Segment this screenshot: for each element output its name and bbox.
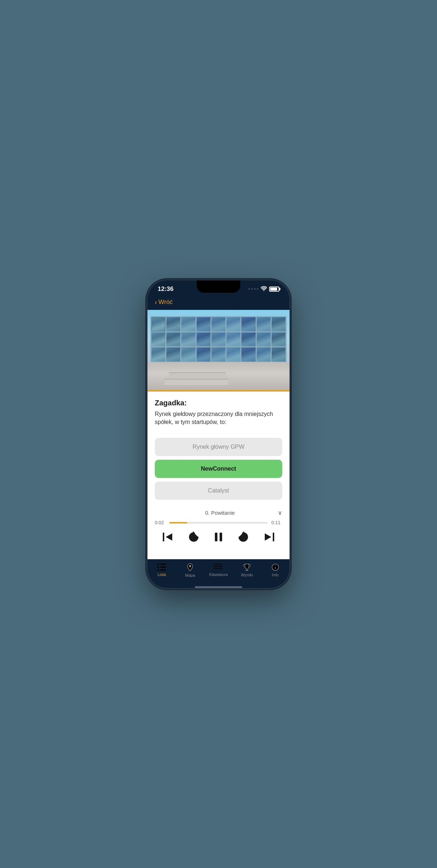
quiz-question: Rynek giełdowy przeznaczony dla mniejszy… [155,410,282,427]
svg-rect-13 [157,564,159,565]
svg-rect-18 [216,564,217,565]
notch [197,280,240,293]
progress-row: 0:02 0:11 [155,520,282,525]
signal-dots [248,288,259,290]
keyboard-icon [214,564,223,571]
tab-lista[interactable]: Lista [151,564,173,577]
tab-info[interactable]: Info [264,563,286,577]
time-total: 0:11 [271,520,282,525]
svg-rect-15 [157,569,159,571]
wifi-icon [261,286,267,292]
tab-bar: Lista Mapa [147,559,290,585]
answer-button-2[interactable]: NewConnect [155,460,282,478]
tab-mapa[interactable]: Mapa [179,563,201,577]
svg-rect-24 [217,566,219,567]
svg-rect-28 [217,568,219,569]
svg-rect-27 [216,568,217,569]
tab-info-label: Info [272,573,279,577]
svg-rect-0 [163,533,164,541]
status-icons [248,286,279,292]
skip-next-button[interactable] [263,532,275,542]
phone-frame: 12:36 ‹ [147,280,290,588]
svg-rect-19 [217,564,219,565]
svg-rect-23 [216,566,217,567]
svg-rect-21 [221,564,222,565]
quiz-section: Zagadka: Rynek giełdowy przeznaczony dla… [147,392,290,438]
progress-bar[interactable] [169,522,268,523]
svg-rect-10 [160,564,166,565]
list-icon [157,564,166,571]
tab-mapa-label: Mapa [185,573,195,577]
svg-rect-25 [219,566,220,567]
svg-rect-30 [214,568,215,569]
tab-klawiatura-label: Klawiatura [209,572,228,577]
svg-text:5: 5 [242,536,244,539]
svg-rect-11 [160,567,166,568]
back-button[interactable]: ‹ Wróć [155,299,173,306]
tab-wyniki[interactable]: Wyniki [236,563,258,577]
answers-section: Rynek główny GPW NewConnect Catalyst [147,438,290,506]
content-area: Zagadka: Rynek giełdowy przeznaczony dla… [147,310,290,559]
back-chevron-icon: ‹ [155,299,157,306]
back-label: Wróć [158,299,173,306]
answer-button-1[interactable]: Rynek główny GPW [155,438,282,456]
svg-rect-5 [220,533,222,541]
skip-prev-button[interactable] [162,532,174,542]
audio-title-row: 0. Powitanie ∨ [155,509,282,516]
chevron-down-icon[interactable]: ∨ [278,509,282,516]
svg-rect-14 [157,567,159,568]
progress-fill [169,522,187,523]
map-icon [186,563,194,572]
info-icon [271,563,279,571]
svg-rect-9 [273,533,274,541]
svg-rect-26 [221,566,222,567]
svg-rect-31 [221,568,222,569]
pause-button[interactable] [214,532,223,542]
time-current: 0:02 [155,520,166,525]
svg-marker-1 [166,533,172,541]
svg-rect-22 [214,566,215,567]
replay-5-button[interactable]: 5 [188,531,200,543]
svg-point-36 [275,565,276,566]
tab-klawiatura[interactable]: Klawiatura [208,564,229,577]
svg-point-16 [189,565,191,567]
battery-icon [269,287,279,292]
svg-rect-17 [214,564,215,565]
building-illustration [147,310,290,390]
audio-player: 0. Powitanie ∨ 0:02 0:11 [147,506,290,548]
audio-track-name: 0. Powitanie [162,510,278,516]
quiz-title: Zagadka: [155,399,282,407]
hero-image [147,310,290,390]
audio-controls: 5 5 [155,531,282,543]
svg-rect-20 [219,564,220,565]
status-time: 12:36 [158,285,173,293]
svg-rect-12 [160,569,166,571]
svg-rect-29 [219,568,220,569]
tab-wyniki-label: Wyniki [241,573,253,577]
forward-5-button[interactable]: 5 [237,531,249,543]
answer-button-3[interactable]: Catalyst [155,482,282,500]
home-indicator [195,586,242,588]
nav-bar: ‹ Wróć [147,296,290,310]
svg-text:5: 5 [193,536,195,539]
svg-rect-4 [215,533,217,541]
svg-marker-8 [265,533,271,541]
trophy-icon [243,563,251,571]
tab-lista-label: Lista [157,572,166,577]
